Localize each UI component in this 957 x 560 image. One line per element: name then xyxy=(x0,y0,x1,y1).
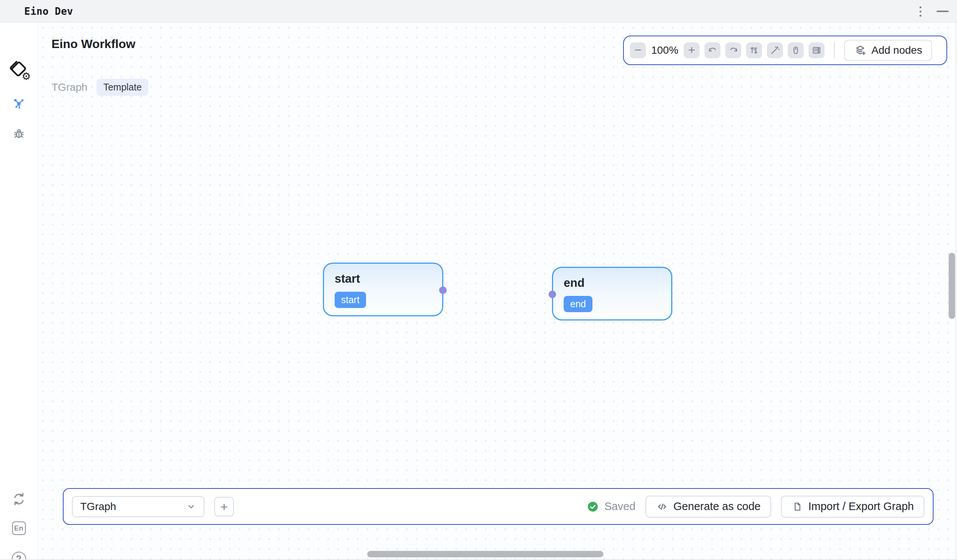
page-title: Eino Workflow xyxy=(52,37,136,51)
right-edge-divider xyxy=(955,23,956,560)
import-export-button[interactable]: Import / Export Graph xyxy=(781,496,924,517)
document-icon xyxy=(791,501,803,512)
node-type-badge: start xyxy=(335,292,366,308)
help-icon: ? xyxy=(12,552,26,560)
auto-layout-button[interactable] xyxy=(746,43,762,58)
panel-grid-icon xyxy=(811,45,822,56)
node-end[interactable]: end end xyxy=(552,267,672,320)
zoom-in-button[interactable]: + xyxy=(684,43,700,58)
sidebar-item-workflow[interactable] xyxy=(12,97,26,111)
node-output-handle[interactable] xyxy=(439,286,447,294)
plus-icon: + xyxy=(688,44,695,56)
titlebar: Eino Dev xyxy=(0,0,957,23)
sidebar-item-debug[interactable] xyxy=(12,127,26,141)
toolbar-divider xyxy=(834,43,835,58)
language-icon: En xyxy=(12,521,26,535)
workflow-hub-icon xyxy=(12,97,26,111)
sidebar-item-language[interactable]: En xyxy=(12,521,26,535)
add-nodes-label: Add nodes xyxy=(872,44,922,56)
minimize-icon[interactable] xyxy=(936,11,949,12)
titlebar-actions xyxy=(917,0,949,23)
redo-button[interactable] xyxy=(725,43,741,58)
bug-icon xyxy=(12,127,26,141)
layers-plus-icon xyxy=(854,44,867,57)
flow-canvas[interactable] xyxy=(38,23,957,560)
import-export-label: Import / Export Graph xyxy=(808,500,914,513)
app-logo[interactable]: ⚙ xyxy=(9,60,29,79)
minus-icon: − xyxy=(635,44,642,56)
check-circle-icon xyxy=(587,501,599,512)
undo-button[interactable] xyxy=(704,43,720,58)
generate-as-code-button[interactable]: Generate as code xyxy=(646,496,772,517)
zoom-out-button[interactable]: − xyxy=(630,43,646,58)
node-start[interactable]: start start xyxy=(323,263,443,316)
node-type-badge: end xyxy=(564,296,592,312)
window-title: Eino Dev xyxy=(24,6,73,17)
node-input-handle[interactable] xyxy=(548,290,556,298)
node-title: end xyxy=(564,276,660,290)
bottom-bar: TGraph + Saved Generate as code xyxy=(63,488,933,525)
node-title: start xyxy=(335,272,431,286)
sidebar: ⚙ xyxy=(0,23,38,560)
add-graph-button[interactable]: + xyxy=(214,497,234,516)
save-status: Saved xyxy=(587,500,635,513)
plus-icon: + xyxy=(220,500,228,513)
sidebar-item-help[interactable]: ? xyxy=(12,552,26,560)
redo-icon xyxy=(728,46,739,56)
kebab-menu-icon[interactable] xyxy=(917,4,924,19)
refresh-icon xyxy=(12,492,26,506)
gear-icon: ⚙ xyxy=(22,71,31,82)
template-badge: Template xyxy=(96,79,148,96)
chevron-down-icon xyxy=(186,502,196,511)
magic-wand-icon xyxy=(770,45,780,56)
vertical-scrollbar[interactable] xyxy=(949,253,955,319)
graph-name-label: TGraph xyxy=(52,81,87,93)
undo-icon xyxy=(707,46,718,56)
app-window: Eino Dev ⚙ xyxy=(0,0,957,560)
minimap-button[interactable] xyxy=(809,43,824,58)
canvas-toolbar: − 100% + xyxy=(623,36,947,65)
graph-select-value: TGraph xyxy=(80,501,116,513)
mouse-icon xyxy=(790,45,801,56)
generate-as-code-label: Generate as code xyxy=(673,500,761,513)
horizontal-scrollbar[interactable] xyxy=(367,551,603,557)
add-nodes-button[interactable]: Add nodes xyxy=(844,40,932,61)
graph-select-dropdown[interactable]: TGraph xyxy=(72,496,204,517)
zoom-level-label: 100% xyxy=(651,44,679,56)
sort-vertical-icon xyxy=(749,45,760,56)
graph-meta: TGraph Template xyxy=(52,79,148,96)
sidebar-item-refresh[interactable] xyxy=(12,492,26,506)
pan-mode-button[interactable] xyxy=(788,43,804,58)
magic-wand-button[interactable] xyxy=(767,43,783,58)
code-icon xyxy=(656,501,668,513)
saved-label: Saved xyxy=(604,500,635,513)
